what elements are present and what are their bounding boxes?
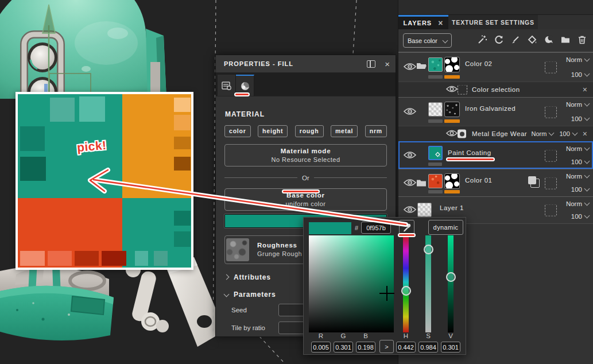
b-value-input[interactable]: 0.198 <box>356 342 375 353</box>
properties-title: PROPERTIES - FILL <box>224 60 367 67</box>
close-icon[interactable]: × <box>438 19 443 27</box>
layer-name: Paint Coating <box>448 149 491 156</box>
v-label: V <box>441 332 460 339</box>
g-value-input[interactable]: 0.301 <box>334 342 353 353</box>
palette-swatch <box>174 98 191 112</box>
fill-bucket-icon[interactable] <box>527 34 537 45</box>
blend-mode-dropdown[interactable]: Norm <box>532 130 554 137</box>
blend-mode-dropdown[interactable]: Norm <box>566 101 589 108</box>
remove-effect-icon[interactable]: × <box>583 130 587 138</box>
layer-thumbnail[interactable] <box>428 102 443 117</box>
s-value-input[interactable]: 0.984 <box>418 342 438 353</box>
palette-swatch <box>135 251 148 266</box>
anchor-placeholder[interactable] <box>545 204 557 216</box>
s-label: S <box>418 332 438 339</box>
eye-icon[interactable] <box>446 130 458 138</box>
palette-swatch <box>174 115 191 130</box>
refresh-icon[interactable] <box>494 34 504 45</box>
anchor-placeholder[interactable] <box>545 149 557 161</box>
layer-thumbnail[interactable] <box>417 203 432 217</box>
channel-nrm-button[interactable]: nrm <box>365 125 387 137</box>
saturation-slider-handle[interactable] <box>424 245 433 254</box>
v-value-input[interactable]: 0.301 <box>441 342 460 353</box>
folder-icon[interactable] <box>560 34 571 45</box>
anchor-placeholder[interactable] <box>545 177 557 189</box>
saturation-value-square[interactable] <box>309 235 394 332</box>
brush-icon[interactable] <box>510 34 521 45</box>
mask-thumbnail[interactable] <box>444 57 460 72</box>
blend-mode-dropdown[interactable]: Norm <box>566 56 589 63</box>
folder-open-icon[interactable] <box>416 61 427 71</box>
opacity-dropdown[interactable]: 100 <box>559 130 576 137</box>
close-icon[interactable]: × <box>385 60 390 68</box>
opacity-dropdown[interactable]: 100 <box>571 158 589 165</box>
eye-icon[interactable] <box>446 86 458 94</box>
dynamic-button[interactable]: dynamic <box>428 220 463 235</box>
or-divider: Or <box>224 175 387 181</box>
channel-color-button[interactable]: color <box>224 125 251 137</box>
anchor-placeholder[interactable] <box>545 61 557 73</box>
r-value-input[interactable]: 0.005 <box>311 342 331 353</box>
remove-effect-icon[interactable]: × <box>583 86 587 94</box>
layer-thumbnail[interactable] <box>428 174 443 188</box>
value-slider-handle[interactable] <box>446 272 456 282</box>
channel-filter-dropdown[interactable]: Base color <box>403 33 452 48</box>
eye-icon[interactable] <box>404 151 416 160</box>
layer-name: Iron Galvanized <box>465 105 516 112</box>
channel-height-button[interactable]: height <box>258 125 288 137</box>
expand-button[interactable]: > <box>379 340 394 353</box>
blend-mode-dropdown[interactable]: Norm <box>566 145 589 152</box>
blend-mode-dropdown[interactable]: Norm <box>566 200 589 207</box>
effect-row-color-selection[interactable]: Color selection × <box>398 82 593 97</box>
chevron-down-icon <box>584 56 590 62</box>
layer-row-color-02[interactable]: Color 02 Norm 100 <box>398 52 593 82</box>
layer-row-color-01[interactable]: Color 01 Norm 100 <box>398 169 593 196</box>
tab-texture-set-settings[interactable]: TEXTURE SET SETTINGS <box>448 15 538 29</box>
channel-rough-button[interactable]: rough <box>295 125 324 137</box>
opacity-dropdown[interactable]: 100 <box>571 115 589 122</box>
opacity-dropdown[interactable]: 100 <box>571 71 589 78</box>
mask-thumbnail[interactable] <box>444 102 460 117</box>
base-color-subtitle: uniform color <box>227 200 384 207</box>
palette-swatch <box>48 251 72 266</box>
instance-duplicate-icon <box>530 179 540 188</box>
add-effect-wand-icon[interactable] <box>477 34 487 45</box>
smudge-icon[interactable] <box>544 34 554 45</box>
value-slider[interactable] <box>448 235 454 332</box>
dock-layout-icon[interactable] <box>367 60 375 68</box>
hue-slider[interactable] <box>403 235 409 332</box>
layer-row-iron-galvanized[interactable]: Iron Galvanized Norm 100 <box>398 97 593 126</box>
channel-metal-button[interactable]: metal <box>331 125 358 137</box>
h-value-input[interactable]: 0.442 <box>396 342 416 353</box>
material-mode-subtitle: No Resource Selected <box>227 156 384 163</box>
hue-slider-handle[interactable] <box>401 286 411 296</box>
mask-thumbnail[interactable] <box>444 173 460 189</box>
material-mode-button[interactable]: Material mode No Resource Selected <box>224 144 387 166</box>
chevron-down-icon <box>584 173 590 179</box>
layer-thumbnail[interactable] <box>428 146 443 160</box>
anchor-placeholder[interactable] <box>545 106 557 118</box>
mask-indicator-bar <box>444 119 460 123</box>
hex-input[interactable] <box>361 222 391 234</box>
opacity-dropdown[interactable]: 100 <box>571 186 589 193</box>
opacity-dropdown[interactable]: 100 <box>571 213 589 220</box>
tab-fill-settings[interactable] <box>218 75 236 96</box>
eye-icon[interactable] <box>404 63 416 72</box>
chevron-down-icon <box>549 130 555 136</box>
roughness-thumbnail <box>226 238 249 261</box>
chevron-down-icon <box>443 38 448 44</box>
palette-swatch <box>79 96 105 122</box>
robot-body <box>0 265 114 340</box>
eye-icon[interactable] <box>404 107 416 117</box>
layer-thumbnail[interactable] <box>428 57 443 72</box>
eye-icon[interactable] <box>404 206 416 215</box>
eye-icon[interactable] <box>404 179 416 188</box>
effect-row-metal-edge-wear[interactable]: Metal Edge Wear Norm 100 × <box>398 126 593 141</box>
palette-swatch <box>50 98 75 122</box>
folder-icon[interactable] <box>416 179 427 188</box>
blend-mode-dropdown[interactable]: Norm <box>566 173 589 180</box>
tab-layers[interactable]: LAYERS × <box>398 15 448 29</box>
palette-swatch <box>174 157 191 171</box>
layer-row-paint-coating[interactable]: Paint Coating Norm 100 <box>398 141 593 169</box>
trash-icon[interactable] <box>577 34 587 45</box>
